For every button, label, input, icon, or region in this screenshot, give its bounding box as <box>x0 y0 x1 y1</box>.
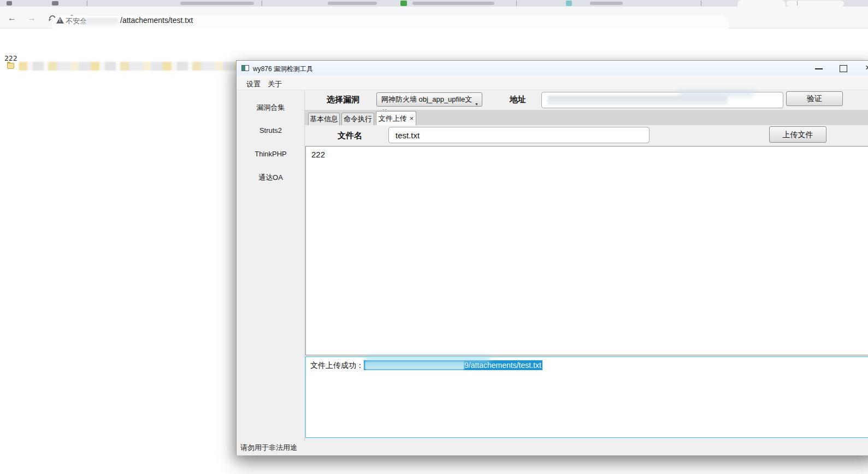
redacted-url-host <box>86 18 118 26</box>
screen: ← → ⌂ ! 不安全 /attachements/test.txt 222 w… <box>0 0 868 474</box>
vuln-select-dropdown[interactable]: 网神防火墙 obj_app_upfile文件.. ▼ <box>376 92 482 107</box>
menu-about[interactable]: 关于 <box>265 78 284 90</box>
target-address-input[interactable] <box>541 92 783 108</box>
panel-tab-strip: 基本信息 命令执行 文件上传× <box>305 110 868 125</box>
bookmark-folder-icon[interactable] <box>7 63 14 69</box>
tab-command-exec[interactable]: 命令执行 <box>341 113 374 125</box>
close-window-button[interactable]: × <box>857 61 868 75</box>
menu-settings[interactable]: 设置 <box>244 78 263 90</box>
app-window: wy876 漏洞检测工具 × 设置 关于 漏洞合集 Struts2 ThinkP… <box>236 60 868 455</box>
browser-tab-bar <box>0 0 868 7</box>
tab-close-icon[interactable]: × <box>410 114 414 122</box>
page-body-text: 222 <box>4 54 17 62</box>
browser-tab-blurred[interactable] <box>590 2 623 5</box>
security-label[interactable]: 不安全 <box>66 16 87 26</box>
window-title-bar[interactable]: wy876 漏洞检测工具 × <box>237 61 868 75</box>
back-icon[interactable]: ← <box>8 13 16 23</box>
redacted-address <box>547 96 728 105</box>
status-bar: 请勿用于非法用途 <box>237 441 868 455</box>
sidebar: 漏洞合集 Struts2 ThinkPHP 通达OA <box>237 90 305 441</box>
tab-file-upload[interactable]: 文件上传× <box>376 111 416 125</box>
chevron-down-icon: ▼ <box>475 98 479 111</box>
menu-bar: 设置 关于 <box>237 75 868 90</box>
sidebar-item-tongda-oa[interactable]: 通达OA <box>237 172 305 183</box>
redacted-blur <box>678 90 755 96</box>
browser-tab-active[interactable] <box>737 0 786 7</box>
browser-tab-blurred[interactable] <box>787 1 844 7</box>
address-label: 地址 <box>510 95 526 105</box>
browser-toolbar: ← → ⌂ ! 不安全 /attachements/test.txt <box>0 7 868 28</box>
warning-mark: ! <box>59 17 61 23</box>
status-text: 请勿用于非法用途 <box>240 443 297 453</box>
browser-tab-blurred[interactable] <box>328 2 377 5</box>
redacted-blur <box>365 356 491 364</box>
not-secure-warning-icon[interactable]: ! <box>56 17 64 24</box>
verify-button[interactable]: 验证 <box>786 91 843 106</box>
browser-tab-blurred[interactable] <box>412 2 494 5</box>
minimize-button[interactable] <box>808 61 830 75</box>
result-line: 文件上传成功：9/attachements/test.txt <box>310 360 868 371</box>
bookmarks-bar <box>0 28 868 46</box>
tab-separator <box>701 1 701 6</box>
tab-basic-info[interactable]: 基本信息 <box>308 113 340 125</box>
app-icon <box>241 65 249 71</box>
filename-input[interactable] <box>388 127 649 143</box>
filename-label: 文件名 <box>338 131 362 141</box>
upload-file-button[interactable]: 上传文件 <box>769 126 826 143</box>
browser-tab-favicon-blurred <box>52 1 58 5</box>
maximize-button[interactable] <box>832 61 854 75</box>
url-text[interactable]: /attachements/test.txt <box>120 16 193 25</box>
select-vuln-label: 选择漏洞 <box>327 95 359 105</box>
tab-separator <box>262 1 262 6</box>
upload-content-textarea[interactable]: 222 <box>305 146 868 355</box>
window-title: wy876 漏洞检测工具 <box>253 65 313 74</box>
omnibox-divider <box>83 18 84 25</box>
tab-separator <box>87 1 87 6</box>
browser-tab-blurred[interactable] <box>180 2 254 5</box>
tab-file-upload-label: 文件上传 <box>379 114 407 122</box>
forward-icon[interactable]: → <box>27 13 36 23</box>
sidebar-item-struts2[interactable]: Struts2 <box>237 125 305 136</box>
browser-tab-favicon <box>566 1 572 6</box>
tab-separator <box>516 1 517 6</box>
browser-tab-favicon-blurred <box>7 1 12 5</box>
tab-separator <box>797 1 798 5</box>
browser-tab-favicon <box>400 1 407 6</box>
result-prefix: 文件上传成功： <box>310 361 364 370</box>
result-textarea[interactable]: 文件上传成功：9/attachements/test.txt <box>305 356 868 438</box>
sidebar-item-thinkphp[interactable]: ThinkPHP <box>237 149 305 160</box>
sidebar-item-vuln-collection[interactable]: 漏洞合集 <box>237 102 305 113</box>
